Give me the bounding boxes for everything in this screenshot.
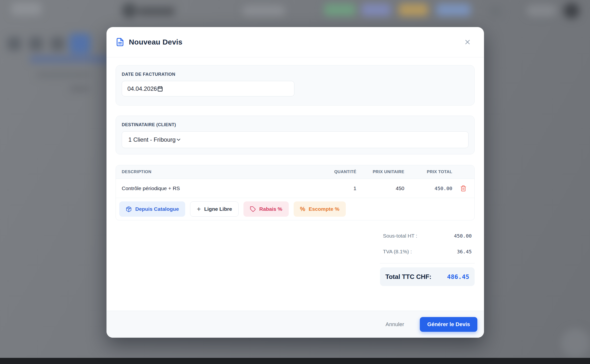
cash-discount-button[interactable]: % Escompte % xyxy=(294,201,346,217)
subtotal-value: 450.00 xyxy=(454,233,472,239)
background-avatar-right xyxy=(564,3,579,19)
client-select[interactable]: 1 Client - Fribourg xyxy=(122,131,469,148)
recipient-label: DESTINATAIRE (CLIENT) xyxy=(122,122,469,127)
background-button-green xyxy=(324,3,356,16)
billing-date-section: DATE DE FACTURATION 04.04.2026 xyxy=(116,65,475,106)
background-search-pill xyxy=(242,5,285,16)
trash-icon xyxy=(460,185,467,192)
background-page-title xyxy=(138,7,175,16)
background-avatar-left xyxy=(122,3,137,18)
new-quote-modal: Nouveau Devis DATE DE FACTURATION 04.04.… xyxy=(106,27,484,338)
subtotal-row: Sous-total HT : 450.00 xyxy=(380,232,475,240)
from-catalog-button[interactable]: Depuis Catalogue xyxy=(119,201,185,217)
cancel-button[interactable]: Annuler xyxy=(381,319,408,330)
calendar-icon[interactable] xyxy=(157,86,163,92)
plus-icon: + xyxy=(197,206,201,212)
totals-section: Sous-total HT : 450.00 TVA (8.1%) : 36.4… xyxy=(380,232,475,286)
vat-label: TVA (8.1%) : xyxy=(383,249,412,255)
free-line-label: Ligne Libre xyxy=(204,206,232,212)
background-button-purple xyxy=(362,3,391,16)
billing-date-label: DATE DE FACTURATION xyxy=(122,72,469,77)
billing-date-input[interactable]: 04.04.2026 xyxy=(122,81,294,96)
discount-label: Rabais % xyxy=(259,206,282,212)
item-unit-price: 450 xyxy=(356,185,404,191)
percent-icon: % xyxy=(300,206,305,212)
delete-line-button[interactable] xyxy=(460,185,467,192)
column-header-quantity: QUANTITÉ xyxy=(312,169,356,174)
table-row: Contrôle périodique + RS 1 450 450.00 xyxy=(116,179,474,198)
grand-total-value: 486.45 xyxy=(447,273,469,280)
background-user-pill xyxy=(526,5,556,16)
background-sidebar-icon-2 xyxy=(29,37,43,51)
package-icon xyxy=(126,206,132,212)
column-header-total-price: PRIX TOTAL xyxy=(404,169,452,174)
close-icon xyxy=(464,38,471,46)
modal-footer: Annuler Générer le Devis xyxy=(106,311,484,338)
vat-row: TVA (8.1%) : 36.45 xyxy=(380,247,475,256)
background-sidebar-icon-active xyxy=(69,33,91,54)
background-floating-button xyxy=(561,328,590,358)
items-table: DESCRIPTION QUANTITÉ PRIX UNITAIRE PRIX … xyxy=(116,165,475,220)
free-line-button[interactable]: + Ligne Libre xyxy=(190,201,239,217)
line-actions-row: Depuis Catalogue + Ligne Libre Rabais % xyxy=(116,198,474,220)
discount-button[interactable]: Rabais % xyxy=(243,201,288,217)
item-quantity: 1 xyxy=(312,185,356,191)
chevron-down-icon xyxy=(176,137,182,143)
close-button[interactable] xyxy=(464,38,471,46)
vat-value: 36.45 xyxy=(457,249,472,255)
background-taskbar xyxy=(0,358,590,364)
modal-header: Nouveau Devis xyxy=(106,27,484,57)
item-total-price: 450.00 xyxy=(404,185,452,191)
background-button-blue xyxy=(437,3,470,16)
background-active-underline xyxy=(30,56,111,62)
billing-date-value: 04.04.2026 xyxy=(127,85,157,92)
items-table-header: DESCRIPTION QUANTITÉ PRIX UNITAIRE PRIX … xyxy=(116,165,474,179)
modal-body: DATE DE FACTURATION 04.04.2026 DESTINATA… xyxy=(106,57,484,311)
recipient-section: DESTINATAIRE (CLIENT) 1 Client - Fribour… xyxy=(116,116,475,154)
background-button-amber xyxy=(399,3,428,16)
item-description: Contrôle périodique + RS xyxy=(116,185,312,191)
background-logo xyxy=(11,2,41,15)
generate-quote-button[interactable]: Générer le Devis xyxy=(420,317,477,332)
background-sidebar-subtext xyxy=(70,87,90,91)
grand-total-row: Total TTC CHF: 486.45 xyxy=(380,267,475,286)
client-select-value: 1 Client - Fribourg xyxy=(128,136,176,143)
background-sidebar-text xyxy=(37,73,91,77)
from-catalog-label: Depuis Catalogue xyxy=(135,206,179,212)
cash-discount-label: Escompte % xyxy=(309,206,339,212)
background-sidebar-icon-3 xyxy=(51,37,64,51)
file-text-icon xyxy=(116,38,124,46)
totals-divider xyxy=(380,263,475,263)
background-sidebar-icon-1 xyxy=(7,37,21,51)
tag-icon xyxy=(250,206,256,212)
subtotal-label: Sous-total HT : xyxy=(383,233,417,239)
grand-total-label: Total TTC CHF: xyxy=(385,273,431,281)
column-header-description: DESCRIPTION xyxy=(116,169,312,174)
modal-title: Nouveau Devis xyxy=(129,38,182,46)
background-toolbar-icon xyxy=(489,6,501,17)
column-header-unit-price: PRIX UNITAIRE xyxy=(356,169,404,174)
